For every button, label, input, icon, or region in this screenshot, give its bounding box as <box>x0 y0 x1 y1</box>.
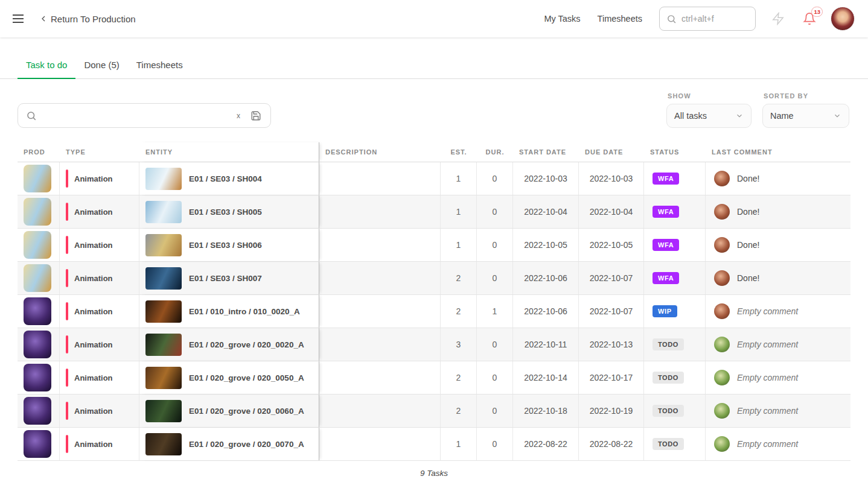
entity-cell[interactable]: E01 / 020_grove / 020_0070_A <box>139 428 319 460</box>
duration-value: 0 <box>493 340 497 349</box>
due-date-cell: 2022-10-07 <box>579 295 644 328</box>
due-date-value: 2022-10-07 <box>590 306 633 316</box>
estimation-cell: 1 <box>441 195 477 228</box>
nav-timesheets[interactable]: Timesheets <box>598 14 642 24</box>
start-date-value: 2022-10-06 <box>524 306 567 316</box>
estimation-value: 2 <box>456 406 461 416</box>
estimation-cell: 2 <box>441 262 477 294</box>
entity-thumbnail <box>145 400 182 422</box>
sorted-by-dropdown[interactable]: Name <box>762 104 849 128</box>
estimation-value: 2 <box>456 306 461 316</box>
last-comment-cell: Done! <box>706 162 850 195</box>
entity-name: E01 / 020_grove / 020_0060_A <box>189 407 304 416</box>
last-comment-cell: Done! <box>706 262 850 294</box>
save-search-icon[interactable] <box>249 109 263 122</box>
task-row[interactable]: Animation E01 / 020_grove / 020_0070_A 1… <box>18 428 850 461</box>
task-type-color-bar <box>66 435 68 453</box>
entity-cell[interactable]: E01 / SE03 / SH005 <box>139 195 319 228</box>
estimation-cell: 1 <box>441 162 477 195</box>
due-date-cell: 2022-10-17 <box>579 361 644 394</box>
due-date-value: 2022-10-03 <box>590 174 633 183</box>
topbar-nav: My Tasks Timesheets <box>544 14 642 24</box>
tab-timesheets[interactable]: Timesheets <box>128 54 191 78</box>
clear-search-button[interactable]: x <box>234 110 243 121</box>
entity-cell[interactable]: E01 / 010_intro / 010_0020_A <box>139 295 319 328</box>
quick-actions-icon[interactable] <box>769 10 787 28</box>
description-cell <box>319 328 441 361</box>
duration-value: 0 <box>493 439 497 449</box>
comment-author-avatar <box>714 171 730 186</box>
tab-done[interactable]: Done (5) <box>75 54 127 78</box>
global-search-input[interactable] <box>681 14 748 24</box>
estimation-value: 1 <box>456 174 461 183</box>
task-row[interactable]: Animation E01 / 020_grove / 020_0060_A 2… <box>18 395 850 428</box>
comment-author-avatar <box>714 204 730 220</box>
entity-cell[interactable]: E01 / SE03 / SH007 <box>139 262 319 294</box>
task-row[interactable]: Animation E01 / SE03 / SH005 1 0 2022-10… <box>18 195 850 229</box>
task-table-body: Animation E01 / SE03 / SH004 1 0 2022-10… <box>18 162 850 461</box>
description-cell <box>319 195 441 228</box>
tabs-bar: Task to do Done (5) Timesheets <box>0 54 868 79</box>
task-type-label: Animation <box>74 174 113 183</box>
back-to-production-link[interactable]: Return To Production <box>39 14 136 24</box>
entity-cell[interactable]: E01 / SE03 / SH004 <box>139 162 319 195</box>
menu-icon[interactable] <box>7 9 29 28</box>
production-cell <box>18 428 60 460</box>
due-date-value: 2022-10-05 <box>590 240 633 250</box>
task-row[interactable]: Animation E01 / 020_grove / 020_0020_A 3… <box>18 328 850 361</box>
production-cell <box>18 395 60 427</box>
due-date-cell: 2022-10-05 <box>579 229 644 261</box>
start-date-cell: 2022-10-05 <box>513 229 579 261</box>
description-cell <box>319 229 441 261</box>
show-filter-group: SHOW All tasks <box>666 92 752 128</box>
tab-task-to-do[interactable]: Task to do <box>18 54 75 79</box>
last-comment-text: Empty comment <box>737 373 798 382</box>
due-date-value: 2022-10-17 <box>590 373 633 382</box>
start-date-cell: 2022-08-22 <box>513 428 579 460</box>
task-row[interactable]: Animation E01 / 020_grove / 020_0050_A 2… <box>18 361 850 395</box>
due-date-cell: 2022-10-03 <box>579 162 644 195</box>
comment-author-avatar <box>714 370 730 385</box>
status-cell: WFA <box>644 162 706 195</box>
due-date-value: 2022-10-19 <box>590 406 633 416</box>
estimation-value: 3 <box>456 340 461 349</box>
task-row[interactable]: Animation E01 / SE03 / SH004 1 0 2022-10… <box>18 162 850 195</box>
duration-value: 0 <box>493 207 497 217</box>
start-date-value: 2022-10-11 <box>525 340 567 349</box>
user-avatar[interactable] <box>831 7 855 31</box>
column-header-due-date: DUE DATE <box>579 142 644 162</box>
chevron-down-icon <box>833 112 841 120</box>
production-thumbnail <box>24 297 51 325</box>
entity-cell[interactable]: E01 / 020_grove / 020_0050_A <box>139 361 319 394</box>
entity-name: E01 / 010_intro / 010_0020_A <box>189 307 300 316</box>
task-row[interactable]: Animation E01 / 010_intro / 010_0020_A 2… <box>18 295 850 328</box>
duration-value: 0 <box>493 273 497 283</box>
due-date-value: 2022-10-13 <box>590 340 633 349</box>
task-type-color-bar <box>66 170 68 188</box>
column-header-entity: ENTITY <box>139 142 319 162</box>
entity-cell[interactable]: E01 / 020_grove / 020_0060_A <box>139 395 319 427</box>
notifications-bell-icon[interactable]: 13 <box>800 10 819 28</box>
status-badge: TODO <box>653 405 684 417</box>
production-thumbnail <box>24 264 51 292</box>
task-type-label: Animation <box>74 407 113 416</box>
show-filter-dropdown[interactable]: All tasks <box>666 104 752 128</box>
due-date-cell: 2022-08-22 <box>579 428 644 460</box>
nav-my-tasks[interactable]: My Tasks <box>544 14 580 24</box>
entity-cell[interactable]: E01 / 020_grove / 020_0020_A <box>139 328 319 361</box>
task-row[interactable]: Animation E01 / SE03 / SH006 1 0 2022-10… <box>18 229 850 262</box>
start-date-cell: 2022-10-04 <box>513 195 579 228</box>
task-row[interactable]: Animation E01 / SE03 / SH007 2 0 2022-10… <box>18 262 850 295</box>
tasks-search-box: x <box>18 103 271 128</box>
task-type-color-bar <box>66 269 68 287</box>
production-cell <box>18 229 60 261</box>
due-date-value: 2022-10-04 <box>590 207 633 217</box>
duration-cell: 0 <box>477 195 513 228</box>
status-badge: WFA <box>653 173 679 185</box>
description-cell <box>319 295 441 328</box>
tasks-search-input[interactable] <box>43 111 228 121</box>
entity-thumbnail <box>145 234 182 256</box>
entity-thumbnail <box>145 334 182 356</box>
entity-name: E01 / SE03 / SH007 <box>189 274 262 283</box>
entity-cell[interactable]: E01 / SE03 / SH006 <box>139 229 319 261</box>
